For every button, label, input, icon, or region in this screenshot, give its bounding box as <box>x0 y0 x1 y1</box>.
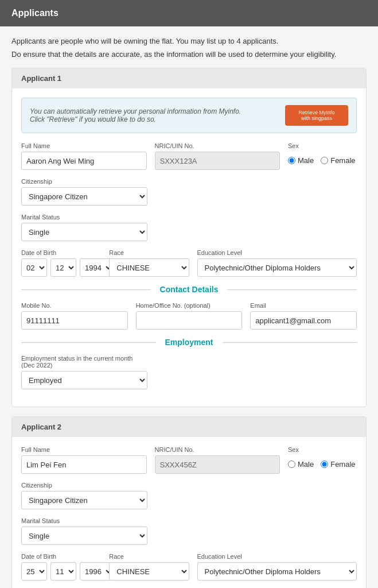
page-title: Applicants <box>11 8 59 18</box>
email-group: Email <box>250 302 357 330</box>
a2-sex-female-label[interactable]: Female <box>321 460 355 469</box>
email-input[interactable] <box>250 311 357 330</box>
dob-year-select[interactable]: 1994 <box>80 258 114 277</box>
a2-education-group: Education Level Polytechnic/Other Diplom… <box>197 553 357 581</box>
intro-line2: Do ensure that the details are accurate,… <box>11 50 367 59</box>
sex-male-radio[interactable] <box>288 157 295 164</box>
education-group: Education Level Polytechnic/Other Diplom… <box>197 249 357 277</box>
applicant1-card: Applicant 1 You can automatically retrie… <box>11 68 367 407</box>
sex-male-label[interactable]: Male <box>288 156 314 165</box>
page-content: Applicants are people who will be owning… <box>0 26 378 588</box>
nric-group: NRIC/UIN No. <box>155 142 280 170</box>
dob-group: Date of Birth 02 12 1994 <box>21 249 101 277</box>
a2-sex-male-radio[interactable] <box>288 461 295 468</box>
email-label: Email <box>250 302 357 309</box>
dob-day-select[interactable]: 02 <box>21 258 47 277</box>
a2-education-label: Education Level <box>197 553 357 560</box>
a2-nric-input <box>155 455 280 474</box>
a2-nric-label: NRIC/UIN No. <box>155 446 280 453</box>
marital-row: Marital Status Single Married Divorced W… <box>21 214 357 241</box>
a2-dob-race-edu-row: Date of Birth 25 11 1996 Race <box>21 553 357 581</box>
a2-sex-label: Sex <box>288 446 357 453</box>
sex-label: Sex <box>288 142 357 149</box>
intro-line1: Applicants are people who will be owning… <box>11 37 367 45</box>
a2-marital-status-group: Marital Status Single Married Divorced W… <box>21 517 147 545</box>
a2-citizenship-group: Citizenship Singapore Citizen Singapore … <box>21 482 147 509</box>
a2-name-nric-sex-row: Full Name NRIC/UIN No. Sex Male Female <box>21 446 357 474</box>
race-select[interactable]: CHINESE MALAY INDIAN OTHERS <box>109 258 189 277</box>
employment-divider: Employment <box>21 338 357 347</box>
mobile-input[interactable] <box>21 311 128 330</box>
page-header: Applicants <box>0 0 378 26</box>
citizenship-row: Citizenship Singapore Citizen Singapore … <box>21 178 357 206</box>
a2-dob-inputs: 25 11 1996 <box>21 562 101 581</box>
a2-marital-row: Marital Status Single Married Divorced W… <box>21 517 357 545</box>
home-group: Home/Office No. (optional) <box>136 302 243 330</box>
a2-dob-group: Date of Birth 25 11 1996 <box>21 553 101 581</box>
a2-education-select[interactable]: Polytechnic/Other Diploma Holders No Qua… <box>197 562 357 581</box>
contact-divider: Contact Details <box>21 285 357 294</box>
home-label: Home/Office No. (optional) <box>136 302 243 309</box>
a2-dob-year-select[interactable]: 1996 <box>80 562 114 581</box>
a2-sex-male-label[interactable]: Male <box>288 460 314 469</box>
applicant1-body: You can automatically retrieve your pers… <box>12 88 366 407</box>
a2-nric-group: NRIC/UIN No. <box>155 446 280 474</box>
a2-dob-day-select[interactable]: 25 <box>21 562 47 581</box>
a2-sex-group: Sex Male Female <box>288 446 357 474</box>
nric-input <box>155 152 280 170</box>
a2-full-name-input[interactable] <box>21 455 147 474</box>
sex-female-radio[interactable] <box>321 157 328 164</box>
race-label: Race <box>109 249 189 256</box>
nric-label: NRIC/UIN No. <box>155 142 280 149</box>
employment-status-select[interactable]: Employed Self-Employed Unemployed Studen… <box>21 371 147 389</box>
education-select[interactable]: Polytechnic/Other Diploma Holders No Qua… <box>197 258 357 277</box>
dob-race-edu-row: Date of Birth 02 12 1994 Race <box>21 249 357 277</box>
applicant1-header: Applicant 1 <box>12 68 366 88</box>
marital-status-group: Marital Status Single Married Divorced W… <box>21 214 147 241</box>
myinfo-banner: You can automatically retrieve your pers… <box>21 98 357 133</box>
a2-marital-status-label: Marital Status <box>21 517 147 524</box>
home-input[interactable] <box>136 311 243 330</box>
sex-radio-group: Male Female <box>288 152 357 165</box>
a2-citizenship-row: Citizenship Singapore Citizen Singapore … <box>21 482 357 509</box>
applicant2-card: Applicant 2 Full Name NRIC/UIN No. Sex <box>11 416 367 588</box>
a2-sex-female-radio[interactable] <box>321 461 328 468</box>
marital-status-label: Marital Status <box>21 214 147 220</box>
dob-month-select[interactable]: 12 <box>50 258 76 277</box>
education-label: Education Level <box>197 249 357 256</box>
employment-row: Employment status in the current month (… <box>21 355 357 389</box>
a2-dob-label: Date of Birth <box>21 553 101 560</box>
applicant2-body: Full Name NRIC/UIN No. Sex Male Female <box>12 437 366 588</box>
a2-race-group: Race CHINESE MALAY INDIAN OTHERS <box>109 553 189 581</box>
a2-citizenship-select[interactable]: Singapore Citizen Singapore Permanent Re… <box>21 491 147 509</box>
a2-full-name-group: Full Name <box>21 446 147 474</box>
full-name-input[interactable] <box>21 152 147 170</box>
citizenship-group: Citizenship Singapore Citizen Singapore … <box>21 178 147 206</box>
marital-status-select[interactable]: Single Married Divorced Widowed <box>21 223 147 241</box>
a2-full-name-label: Full Name <box>21 446 147 453</box>
a2-race-select[interactable]: CHINESE MALAY INDIAN OTHERS <box>109 562 189 581</box>
sex-female-label[interactable]: Female <box>321 156 355 165</box>
mobile-label: Mobile No. <box>21 302 128 309</box>
a2-race-label: Race <box>109 553 189 560</box>
employment-status-label: Employment status in the current month (… <box>21 355 147 369</box>
a2-citizenship-label: Citizenship <box>21 482 147 489</box>
name-nric-sex-row: Full Name NRIC/UIN No. Sex Male Female <box>21 142 357 170</box>
dob-inputs: 02 12 1994 <box>21 258 101 277</box>
sex-group: Sex Male Female <box>288 142 357 170</box>
a2-marital-status-select[interactable]: Single Married Divorced Widowed <box>21 527 147 545</box>
citizenship-label: Citizenship <box>21 178 147 185</box>
a2-sex-radio-group: Male Female <box>288 455 357 469</box>
retrieve-myinfo-button[interactable]: Retrieve MyInfo with singpass <box>285 105 348 126</box>
full-name-label: Full Name <box>21 142 147 149</box>
myinfo-banner-text: You can automatically retrieve your pers… <box>30 107 241 123</box>
race-group: Race CHINESE MALAY INDIAN OTHERS <box>109 249 189 277</box>
mobile-group: Mobile No. <box>21 302 128 330</box>
dob-label: Date of Birth <box>21 249 101 256</box>
full-name-group: Full Name <box>21 142 147 170</box>
applicant2-header: Applicant 2 <box>12 417 366 437</box>
contact-row: Mobile No. Home/Office No. (optional) Em… <box>21 302 357 330</box>
employment-status-group: Employment status in the current month (… <box>21 355 147 389</box>
citizenship-select[interactable]: Singapore Citizen Singapore Permanent Re… <box>21 187 147 206</box>
a2-dob-month-select[interactable]: 11 <box>50 562 76 581</box>
